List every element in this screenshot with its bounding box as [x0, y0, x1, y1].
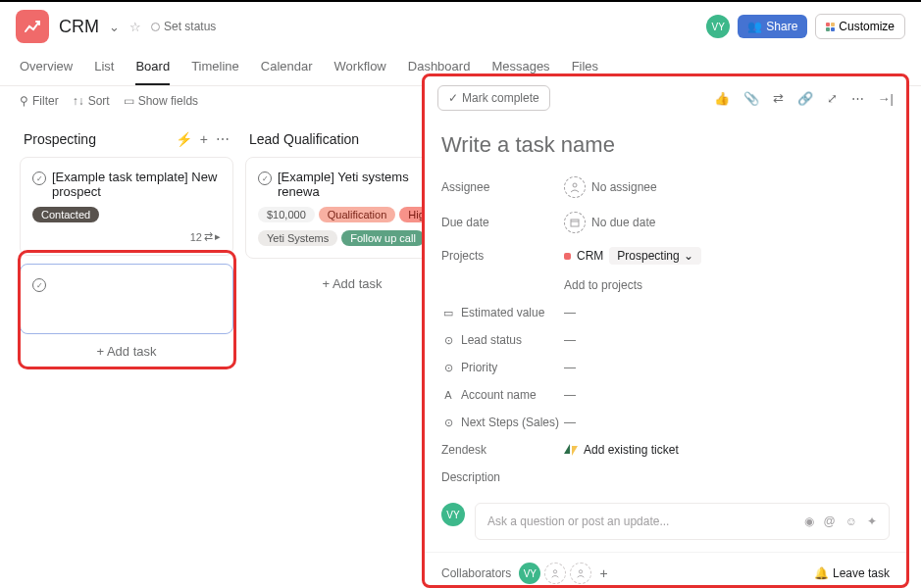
sort-label: Sort — [88, 94, 110, 108]
leave-task-label: Leave task — [833, 566, 890, 580]
svg-point-4 — [580, 570, 583, 573]
show-fields-button[interactable]: ▭Show fields — [124, 94, 198, 108]
tag-pill: Qualification — [319, 207, 396, 222]
subtask-icon[interactable]: ⇄ — [773, 91, 784, 106]
comment-avatar: VY — [441, 503, 465, 526]
priority-label: ⊙Priority — [441, 361, 564, 374]
attachment-icon[interactable]: 📎 — [743, 91, 759, 106]
add-task-button[interactable]: + Add task — [20, 334, 233, 368]
project-section-chip[interactable]: Prospecting⌄ — [609, 247, 700, 265]
mention-icon[interactable]: @ — [824, 514, 836, 528]
tab-overview[interactable]: Overview — [20, 51, 73, 85]
calendar-placeholder-icon — [564, 212, 586, 233]
tag-pill: Yeti Systems — [258, 230, 337, 246]
tag-pill: Follow up call — [341, 230, 425, 246]
svg-point-3 — [554, 570, 557, 573]
app-title: CRM — [59, 17, 99, 37]
mark-complete-label: Mark complete — [462, 91, 539, 105]
star-action-icon[interactable]: ✦ — [867, 514, 877, 528]
subtask-icon: ⇄ — [204, 230, 213, 243]
app-icon[interactable] — [16, 10, 49, 43]
account-name-value[interactable]: — — [564, 388, 576, 402]
leave-task-button[interactable]: 🔔 Leave task — [814, 566, 890, 580]
user-avatar[interactable]: VY — [706, 15, 730, 38]
tag-pill: $10,000 — [258, 207, 315, 222]
record-icon[interactable]: ◉ — [804, 514, 814, 528]
assignee-label: Assignee — [441, 180, 564, 194]
priority-value[interactable]: — — [564, 361, 576, 374]
zendesk-value[interactable]: Add existing ticket — [564, 443, 679, 457]
show-fields-label: Show fields — [138, 94, 198, 108]
due-date-value[interactable]: No due date — [564, 212, 655, 233]
priority-icon: ⊙ — [441, 362, 455, 374]
assignee-value[interactable]: No assignee — [564, 176, 657, 198]
tab-timeline[interactable]: Timeline — [191, 51, 239, 85]
money-icon: ▭ — [441, 307, 455, 319]
people-icon: 👥 — [747, 20, 762, 33]
tab-list[interactable]: List — [94, 51, 114, 85]
like-icon[interactable]: 👍 — [714, 91, 730, 106]
star-icon[interactable]: ☆ — [129, 20, 141, 34]
chart-growth-icon — [23, 17, 42, 36]
tab-workflow[interactable]: Workflow — [334, 51, 386, 85]
filter-button[interactable]: ⚲Filter — [20, 94, 59, 108]
complete-check-icon[interactable] — [258, 172, 272, 185]
project-color-dot — [564, 253, 571, 260]
svg-point-0 — [573, 183, 577, 187]
next-steps-value[interactable]: — — [564, 416, 576, 429]
share-button[interactable]: 👥 Share — [738, 15, 807, 38]
person-placeholder-icon — [564, 176, 586, 198]
estimated-value-label: ▭Estimated value — [441, 306, 564, 319]
column-prospecting: Prospecting⚡+⋯[Example task template] Ne… — [20, 125, 233, 368]
estimated-value[interactable]: — — [564, 306, 576, 319]
account-name-label: AAccount name — [441, 388, 564, 402]
status-dot-icon — [151, 23, 160, 31]
complete-check-icon[interactable] — [32, 172, 46, 185]
chevron-down-icon: ⌄ — [684, 249, 693, 263]
tag-pill: Contacted — [32, 207, 99, 222]
comment-input[interactable]: Ask a question or post an update... ◉ @ … — [475, 503, 890, 540]
svg-rect-1 — [571, 220, 579, 226]
sort-button[interactable]: ↑↓Sort — [73, 94, 110, 108]
zendesk-label: Zendesk — [441, 443, 564, 457]
link-icon[interactable]: 🔗 — [797, 91, 813, 106]
complete-check-icon[interactable] — [32, 278, 46, 292]
emoji-icon[interactable]: ☺ — [845, 514, 857, 528]
add-collaborator-slot[interactable] — [544, 563, 566, 584]
set-status-button[interactable]: Set status — [151, 20, 216, 33]
lead-status-value[interactable]: — — [564, 333, 576, 347]
close-panel-icon[interactable]: →| — [878, 91, 894, 106]
assignee-text: No assignee — [591, 180, 657, 194]
bolt-icon[interactable]: ⚡ — [176, 131, 192, 147]
new-task-card[interactable] — [20, 264, 233, 334]
task-name-input[interactable]: Write a task name — [441, 128, 890, 170]
tab-board[interactable]: Board — [135, 51, 170, 85]
customize-button[interactable]: Customize — [815, 14, 905, 39]
person-icon — [550, 568, 560, 578]
due-date-label: Due date — [441, 216, 564, 229]
fields-icon: ▭ — [124, 94, 134, 108]
customize-label: Customize — [839, 20, 895, 33]
status-icon: ⊙ — [441, 334, 455, 347]
projects-value[interactable]: CRM Prospecting⌄ — [564, 247, 701, 265]
collaborator-avatar[interactable]: VY — [519, 563, 540, 584]
add-card-icon[interactable]: + — [200, 131, 208, 147]
expand-icon[interactable]: ⤢ — [827, 91, 838, 106]
next-steps-label: ⊙Next Steps (Sales) — [441, 416, 564, 429]
task-card[interactable]: [Example task template] New prospectCont… — [20, 157, 233, 256]
add-to-projects-link[interactable]: Add to projects — [564, 278, 642, 292]
zendesk-icon — [564, 444, 578, 456]
add-collaborator-button[interactable]: + — [599, 565, 607, 581]
more-icon[interactable]: ⋯ — [851, 91, 864, 106]
column-more-icon[interactable]: ⋯ — [216, 131, 230, 147]
add-collaborator-slot[interactable] — [570, 563, 591, 584]
card-subtask-count: 12 ⇄▸ — [32, 230, 221, 243]
set-status-label: Set status — [164, 20, 216, 33]
column-title: Lead Qualification — [249, 131, 359, 147]
text-icon: A — [441, 389, 455, 401]
tab-calendar[interactable]: Calendar — [261, 51, 313, 85]
comment-placeholder: Ask a question or post an update... — [487, 514, 669, 528]
filter-icon: ⚲ — [20, 94, 28, 108]
mark-complete-button[interactable]: ✓ Mark complete — [437, 85, 550, 111]
chevron-down-icon[interactable]: ⌄ — [109, 20, 120, 34]
